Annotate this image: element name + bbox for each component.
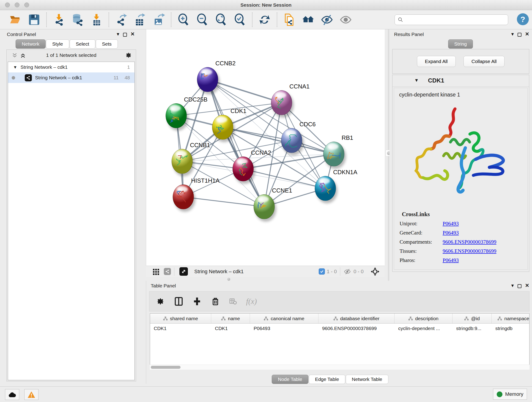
results-panel-close-icon[interactable]: ✕ xyxy=(525,31,529,37)
results-panel-float-icon[interactable] xyxy=(518,33,521,37)
control-panel-float-icon[interactable] xyxy=(123,33,127,37)
column-header-name[interactable]: name xyxy=(211,313,250,323)
save-session-icon[interactable] xyxy=(28,13,40,26)
birds-eye-view-icon[interactable] xyxy=(370,267,380,276)
search-input[interactable] xyxy=(404,17,502,22)
network-node-cdc6[interactable] xyxy=(281,128,302,153)
help-icon[interactable]: ? xyxy=(517,13,529,25)
clone-network-icon[interactable] xyxy=(283,13,296,26)
network-node-ccnb2[interactable] xyxy=(197,67,218,92)
expand-all-button[interactable]: Expand All xyxy=(417,56,456,67)
network-node-cdc25b[interactable] xyxy=(166,103,187,128)
network-node-cdkn1a[interactable] xyxy=(315,176,336,201)
table-settings-gear-icon[interactable] xyxy=(156,297,165,306)
network-collection-row[interactable]: ▾ String Network – cdk1 1 xyxy=(8,62,134,72)
network-row[interactable]: String Network – cdk1 11 48 xyxy=(8,72,134,83)
network-node-ccne1[interactable] xyxy=(254,194,275,219)
export-network-icon[interactable] xyxy=(115,13,127,26)
zoom-selected-icon[interactable] xyxy=(234,13,246,26)
network-edge[interactable] xyxy=(243,169,325,188)
import-network-icon[interactable] xyxy=(53,13,65,26)
export-table-icon[interactable] xyxy=(134,13,146,26)
tab-style[interactable]: Style xyxy=(46,39,69,49)
zoom-fit-icon[interactable] xyxy=(215,13,227,26)
table-cell[interactable]: CDK1 xyxy=(211,324,250,333)
table-panel-collapse-icon[interactable]: ▾ xyxy=(511,283,514,288)
network-node-cdk1[interactable] xyxy=(212,115,233,140)
import-table-icon[interactable] xyxy=(90,13,103,26)
network-node-hist1h1a[interactable] xyxy=(173,185,194,209)
results-panel-collapse-icon[interactable]: ▾ xyxy=(511,31,514,37)
network-edge[interactable] xyxy=(208,80,264,207)
export-image-icon[interactable] xyxy=(152,13,165,26)
tab-node-table[interactable]: Node Table xyxy=(272,375,308,384)
tab-edge-table[interactable]: Edge Table xyxy=(309,375,345,384)
show-all-icon[interactable] xyxy=(340,13,352,26)
network-edge[interactable] xyxy=(182,161,325,188)
zoom-in-icon[interactable] xyxy=(177,13,190,26)
search-box[interactable] xyxy=(394,14,508,25)
gear-icon[interactable] xyxy=(125,51,132,59)
splitter-grip-horizontal[interactable] xyxy=(226,278,232,281)
crosslink-pharos-[interactable]: P06493 xyxy=(443,257,459,263)
network-node-ccna2[interactable] xyxy=(233,157,254,181)
table-horizontal-scrollbar[interactable] xyxy=(150,365,530,370)
table-cell[interactable]: cyclin-dependent ... xyxy=(394,324,452,333)
network-view-icon[interactable] xyxy=(164,268,171,275)
tab-network-table[interactable]: Network Table xyxy=(346,375,389,384)
network-edge[interactable] xyxy=(208,80,282,103)
hide-selected-icon[interactable] xyxy=(321,13,333,26)
crosslink-genecard-[interactable]: P06493 xyxy=(443,230,459,236)
crosslinks-list: Uniprot:P06493GeneCard:P06493Compartment… xyxy=(394,221,527,263)
table-toolbar: f(x) xyxy=(149,291,530,312)
create-column-icon[interactable] xyxy=(192,297,202,306)
tab-string[interactable]: String xyxy=(448,39,473,49)
zoom-out-icon[interactable] xyxy=(196,13,209,26)
tree-expander-icon[interactable]: ▾ xyxy=(14,64,17,70)
network-edge[interactable] xyxy=(183,197,264,207)
tab-network[interactable]: Network xyxy=(16,39,46,49)
column-header-shared-name[interactable]: shared name xyxy=(150,313,211,323)
network-node-ccna1[interactable] xyxy=(271,90,292,115)
table-row[interactable]: CDK1CDK1P064939606.ENSP00000378699cyclin… xyxy=(150,324,529,333)
table-cell[interactable]: P06493 xyxy=(250,324,318,333)
table-panel-close-icon[interactable]: ✕ xyxy=(525,283,529,288)
column-header--id[interactable]: @id xyxy=(452,313,492,323)
column-header-canonical-name[interactable]: canonical name xyxy=(250,313,318,323)
home-layout-icon[interactable] xyxy=(302,13,314,26)
cloud-button[interactable] xyxy=(5,389,19,400)
tab-select[interactable]: Select xyxy=(70,39,95,49)
refresh-icon[interactable] xyxy=(259,13,271,26)
tab-sets[interactable]: Sets xyxy=(96,39,118,49)
network-edge[interactable] xyxy=(223,127,334,154)
detach-view-icon[interactable] xyxy=(179,267,188,276)
collapse-all-button[interactable]: Collapse All xyxy=(463,56,505,67)
import-network-from-database-icon[interactable] xyxy=(71,13,84,26)
column-header-database-identifier[interactable]: database identifier xyxy=(318,313,394,323)
network-node-ccnb1[interactable] xyxy=(172,149,193,174)
show-columns-icon[interactable] xyxy=(174,297,183,306)
memory-button[interactable]: Memory xyxy=(493,389,527,400)
control-panel-close-icon[interactable]: ✕ xyxy=(131,31,135,37)
crosslink-compartments-[interactable]: 9606.ENSP00000378699 xyxy=(443,239,496,245)
grid-view-icon[interactable] xyxy=(152,268,160,275)
scrollbar-thumb[interactable] xyxy=(151,366,181,369)
node-table[interactable]: shared namenamecanonical namedatabase id… xyxy=(150,313,530,370)
table-cell[interactable]: 9606.ENSP00000378699 xyxy=(318,324,394,333)
table-cell[interactable]: stringdb xyxy=(492,324,530,333)
open-session-icon[interactable] xyxy=(9,13,22,26)
crosslink-uniprot-[interactable]: P06493 xyxy=(443,221,459,227)
gene-expander-icon[interactable]: ▼ xyxy=(414,78,419,83)
network-node-rb1[interactable] xyxy=(323,142,344,166)
table-cell[interactable]: stringdb:9... xyxy=(452,324,492,333)
column-header-description[interactable]: description xyxy=(394,313,452,323)
warnings-button[interactable] xyxy=(24,389,38,400)
network-canvas[interactable]: CCNB2CCNA1CDC25BCDK1CDC6RB1CCNB1CCNA2CDK… xyxy=(146,29,385,266)
column-header-namespace[interactable]: namespace xyxy=(492,313,530,323)
table-panel-float-icon[interactable] xyxy=(518,284,521,288)
crosslink-tissues-[interactable]: 9606.ENSP00000378699 xyxy=(443,248,496,254)
control-panel-collapse-icon[interactable]: ▾ xyxy=(117,31,119,37)
table-cell[interactable]: CDK1 xyxy=(150,324,211,333)
delete-column-trash-icon[interactable] xyxy=(211,297,220,306)
selected-checkbox-icon[interactable] xyxy=(319,268,325,274)
